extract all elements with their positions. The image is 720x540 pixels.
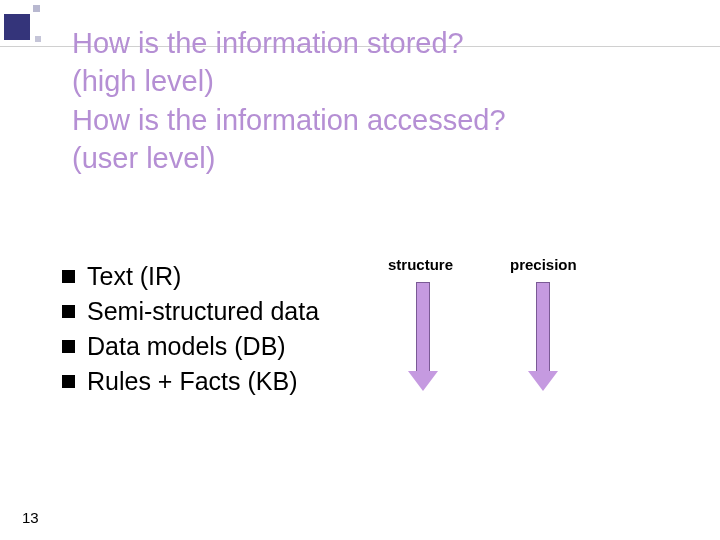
list-item-label: Text (IR) (87, 262, 181, 291)
list-item-label: Data models (DB) (87, 332, 286, 361)
column-label-precision: precision (510, 256, 577, 273)
decoration-square-small (35, 36, 41, 42)
list-item-label: Rules + Facts (KB) (87, 367, 297, 396)
title-line: (high level) (72, 62, 672, 100)
down-arrow-icon (528, 282, 558, 391)
bullet-list: Text (IR) Semi-structured data Data mode… (62, 262, 319, 402)
page-number: 13 (22, 509, 39, 526)
bullet-square-icon (62, 305, 75, 318)
bullet-square-icon (62, 375, 75, 388)
list-item-label: Semi-structured data (87, 297, 319, 326)
list-item: Semi-structured data (62, 297, 319, 326)
down-arrow-icon (408, 282, 438, 391)
column-label-structure: structure (388, 256, 453, 273)
decoration-square-small (33, 5, 40, 12)
title-line: (user level) (72, 139, 672, 177)
decoration-square-large (4, 14, 30, 40)
slide-title: How is the information stored? (high lev… (72, 24, 672, 177)
list-item: Text (IR) (62, 262, 319, 291)
title-line: How is the information accessed? (72, 101, 672, 139)
bullet-square-icon (62, 270, 75, 283)
title-line: How is the information stored? (72, 24, 672, 62)
list-item: Data models (DB) (62, 332, 319, 361)
bullet-square-icon (62, 340, 75, 353)
list-item: Rules + Facts (KB) (62, 367, 319, 396)
